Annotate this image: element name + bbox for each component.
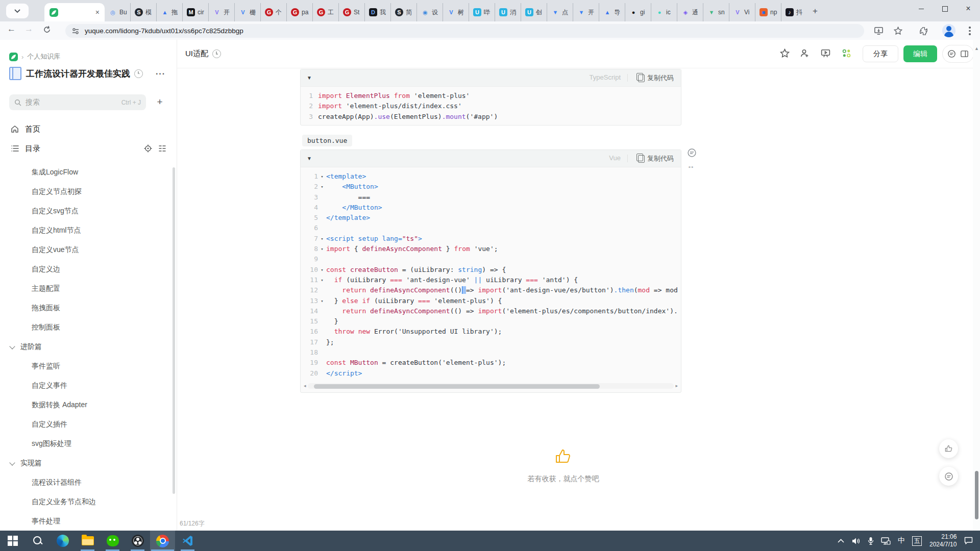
- sidebar-item[interactable]: 实现篇: [4, 455, 168, 471]
- browser-tab[interactable]: Gpa: [287, 3, 313, 21]
- book-more-button[interactable]: ···: [156, 69, 165, 79]
- browser-tab[interactable]: VVi: [729, 3, 755, 21]
- tab-search-button[interactable]: [6, 4, 29, 18]
- comment-bubble-icon[interactable]: [687, 148, 697, 158]
- browser-tab[interactable]: ▼点: [547, 3, 573, 21]
- taskbar-edge[interactable]: [50, 531, 75, 551]
- chevron-down-icon[interactable]: [9, 460, 15, 465]
- taskbar-obs[interactable]: [125, 531, 150, 551]
- fold-caret-icon[interactable]: ▾: [318, 275, 326, 285]
- scrollbar-thumb[interactable]: [314, 384, 600, 389]
- volume-icon[interactable]: [851, 537, 861, 545]
- collapse-caret-icon[interactable]: ▼: [307, 156, 312, 161]
- comments-icon[interactable]: [947, 49, 956, 58]
- extensions-puzzle-icon[interactable]: [919, 26, 929, 36]
- fold-caret-icon[interactable]: ▾: [318, 182, 326, 192]
- float-comment-button[interactable]: [939, 467, 958, 486]
- sidebar-item[interactable]: 自定义节点初探: [4, 183, 168, 199]
- fold-caret-icon[interactable]: ▾: [318, 244, 326, 254]
- breadcrumb-label[interactable]: 个人知识库: [27, 52, 60, 61]
- ime-mode-indicator[interactable]: 五: [912, 536, 922, 546]
- chevron-down-icon[interactable]: [9, 343, 15, 349]
- browser-tab[interactable]: V树: [443, 3, 469, 21]
- page-scrollbar-thumb[interactable]: [975, 471, 978, 519]
- browser-tab[interactable]: ■np: [755, 3, 781, 21]
- action-center-icon[interactable]: [964, 537, 973, 545]
- browser-tab[interactable]: D我: [365, 3, 391, 21]
- tab-close-icon[interactable]: ×: [95, 9, 100, 16]
- sidebar-scrollbar[interactable]: [173, 167, 175, 494]
- browser-tab[interactable]: ●gi: [625, 3, 651, 21]
- browser-tab[interactable]: U哔: [469, 3, 495, 21]
- sidebar-item[interactable]: 事件处理: [4, 513, 168, 529]
- book-title[interactable]: 工作流设计器开发最佳实践: [26, 68, 130, 80]
- network-pc-icon[interactable]: [881, 537, 891, 545]
- scroll-right-icon[interactable]: ▸: [675, 383, 678, 388]
- browser-tab[interactable]: V开: [209, 3, 235, 21]
- browser-menu-icon[interactable]: [969, 27, 971, 37]
- browser-tab[interactable]: Mcir: [183, 3, 209, 21]
- history-icon[interactable]: [134, 69, 143, 78]
- fold-caret-icon[interactable]: ▾: [318, 171, 326, 182]
- share-button[interactable]: 分享: [863, 45, 898, 62]
- ime-language-indicator[interactable]: 中: [898, 536, 905, 545]
- horizontal-scrollbar[interactable]: ◂ ▸: [303, 383, 679, 390]
- taskbar-explorer[interactable]: [75, 531, 100, 551]
- scroll-left-icon[interactable]: ◂: [304, 383, 306, 388]
- browser-tab[interactable]: S简: [391, 3, 417, 21]
- sidebar-item[interactable]: 集成LogicFlow: [4, 164, 168, 180]
- taskbar-vscode[interactable]: [175, 531, 200, 551]
- collapse-caret-icon[interactable]: ▼: [307, 75, 312, 81]
- sidebar-item[interactable]: 控制面板: [4, 319, 168, 335]
- browser-tab[interactable]: GSt: [339, 3, 365, 21]
- taskbar-search-button[interactable]: [25, 531, 50, 551]
- browser-tab[interactable]: G工: [313, 3, 339, 21]
- taskbar-wechat[interactable]: [100, 531, 125, 551]
- apps-grid-icon[interactable]: [841, 48, 852, 59]
- sidebar-item[interactable]: 主题配置: [4, 280, 168, 296]
- sidebar-item[interactable]: 自定义业务节点和边: [4, 493, 168, 510]
- browser-tab[interactable]: ▲拖: [157, 3, 183, 21]
- browser-tab[interactable]: ◉设: [417, 3, 443, 21]
- new-tab-button[interactable]: +: [813, 7, 818, 15]
- browser-tab[interactable]: ▼sn: [703, 3, 729, 21]
- add-doc-button[interactable]: +: [153, 95, 166, 109]
- browser-profile-avatar[interactable]: [942, 24, 955, 37]
- doc-history-icon[interactable]: [212, 49, 221, 58]
- float-like-button[interactable]: [939, 439, 958, 458]
- browser-tab[interactable]: ●ic: [651, 3, 677, 21]
- address-bar[interactable]: yuque.com/lidong-7kdub/uxt01x/ss6pc7c825…: [65, 24, 864, 38]
- sidebar-item[interactable]: 流程设计器组件: [4, 474, 168, 490]
- thumbs-up-icon[interactable]: [554, 448, 573, 465]
- locate-target-icon[interactable]: [144, 144, 152, 153]
- fold-caret-icon[interactable]: ▾: [318, 296, 326, 306]
- sidebar-item[interactable]: 拖拽面板: [4, 299, 168, 316]
- back-button[interactable]: ←: [7, 24, 16, 34]
- fold-caret-icon[interactable]: ▾: [318, 265, 326, 275]
- maximize-button[interactable]: [933, 0, 957, 17]
- sidebar-item[interactable]: 自定义vue节点: [4, 241, 168, 258]
- browser-tab[interactable]: S模: [131, 3, 157, 21]
- star-doc-icon[interactable]: [779, 48, 791, 59]
- sidebar-item[interactable]: 进阶篇: [4, 338, 168, 355]
- sidebar-item[interactable]: 自定义html节点: [4, 222, 168, 238]
- browser-tab[interactable]: ◈通: [677, 3, 703, 21]
- forward-button[interactable]: →: [24, 24, 33, 34]
- sidebar-item-toc[interactable]: 目录: [0, 141, 177, 156]
- browser-tab[interactable]: U消: [495, 3, 521, 21]
- taskbar-clock[interactable]: 21:06 2024/7/10: [929, 533, 957, 548]
- copy-code-button[interactable]: 复制代码: [638, 73, 674, 83]
- sidebar-item[interactable]: 事件监听: [4, 358, 168, 374]
- reload-button[interactable]: [43, 26, 51, 34]
- microphone-icon[interactable]: [868, 537, 874, 545]
- start-button[interactable]: [0, 531, 25, 551]
- url-text[interactable]: yuque.com/lidong-7kdub/uxt01x/ss6pc7c825…: [85, 27, 243, 35]
- close-window-button[interactable]: ×: [957, 0, 980, 17]
- install-app-icon[interactable]: [874, 26, 884, 36]
- browser-tab[interactable]: V栅: [235, 3, 261, 21]
- yuque-logo-icon[interactable]: [9, 53, 18, 61]
- layout-panel-icon[interactable]: [960, 49, 969, 58]
- browser-tab[interactable]: ♪抖: [781, 3, 807, 21]
- tray-expand-icon[interactable]: [838, 539, 844, 543]
- fold-caret-icon[interactable]: ▾: [318, 234, 326, 244]
